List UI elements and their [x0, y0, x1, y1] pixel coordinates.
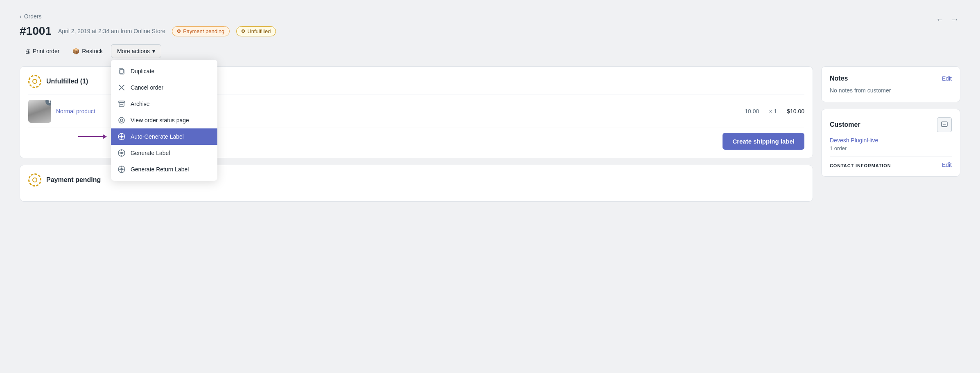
back-to-orders-link[interactable]: ‹ Orders [20, 13, 41, 20]
auto-generate-label: Auto-Generate Label [131, 133, 184, 140]
generate-label-icon [117, 149, 126, 157]
product-price-area: 10.00 × 1 $10.00 [745, 108, 804, 115]
nav-arrows: ← → [934, 13, 960, 26]
unfulfilled-badge: Unfulfilled [236, 26, 276, 36]
product-quantity: × 1 [769, 108, 777, 115]
view-status-icon [117, 116, 126, 124]
arrow-head [103, 134, 107, 139]
svg-point-12 [120, 152, 123, 154]
create-shipping-label-button[interactable]: Create shipping label [723, 133, 804, 150]
toolbar: 🖨 Print order 📦 Restock More actions ▾ [20, 44, 960, 58]
print-order-label: Print order [33, 48, 59, 54]
restock-icon: 📦 [72, 48, 79, 54]
customer-card-header: Customer [830, 117, 952, 132]
restock-button[interactable]: 📦 Restock [68, 45, 108, 58]
svg-point-7 [119, 117, 124, 123]
duplicate-icon [117, 67, 126, 75]
cancel-icon [117, 83, 126, 92]
svg-point-14 [120, 168, 123, 171]
archive-label: Archive [131, 101, 150, 107]
svg-point-10 [120, 135, 123, 138]
arrow-indicator [78, 134, 107, 139]
contact-edit-link[interactable]: Edit [942, 162, 952, 168]
notes-card: Notes Edit No notes from customer [821, 66, 960, 102]
generate-return-icon [117, 165, 126, 173]
print-order-button[interactable]: 🖨 Print order [20, 45, 64, 58]
notes-title: Notes [830, 75, 848, 82]
order-meta: April 2, 2019 at 2:34 am from Online Sto… [58, 28, 165, 34]
cancel-order-label: Cancel order [131, 84, 163, 91]
payment-pending-dot [177, 29, 181, 33]
generate-label-label: Generate Label [131, 150, 170, 156]
payment-dot-inner [32, 178, 37, 182]
customer-divider [830, 156, 952, 157]
more-actions-button[interactable]: More actions ▾ [111, 44, 161, 58]
customer-orders-count: 1 order [830, 145, 952, 151]
notes-content: No notes from customer [830, 87, 952, 94]
payment-pending-title: Payment pending [46, 176, 101, 184]
customer-card: Customer Devesh PluginHive 1 order CONTA… [821, 109, 960, 177]
product-thumbnail: 1 [28, 100, 51, 123]
dropdown-item-archive[interactable]: Archive [111, 96, 217, 112]
view-status-label: View order status page [131, 117, 189, 124]
order-title-row: #1001 April 2, 2019 at 2:34 am from Onli… [20, 25, 960, 38]
next-order-button[interactable]: → [949, 13, 960, 26]
back-chevron-icon: ‹ [20, 13, 22, 20]
customer-title: Customer [830, 121, 860, 128]
more-actions-label: More actions [117, 48, 150, 54]
right-column: Notes Edit No notes from customer Custom… [821, 66, 960, 177]
product-price: 10.00 [745, 108, 759, 115]
payment-pending-label: Payment pending [183, 28, 224, 34]
dropdown-arrow-icon: ▾ [152, 48, 155, 54]
dropdown-item-generate-return[interactable]: Generate Return Label [111, 161, 217, 178]
product-name-link[interactable]: Normal product [56, 108, 95, 115]
order-number: #1001 [20, 25, 52, 38]
dropdown-item-auto-generate[interactable]: Auto-Generate Label [111, 128, 217, 145]
restock-label: Restock [82, 48, 103, 54]
arrow-line [78, 136, 103, 137]
payment-status-icon [28, 173, 41, 186]
generate-return-label: Generate Return Label [131, 166, 189, 173]
more-actions-dropdown: Duplicate Cancel order [111, 60, 217, 181]
notes-card-header: Notes Edit [830, 75, 952, 82]
dropdown-item-cancel[interactable]: Cancel order [111, 79, 217, 96]
duplicate-label: Duplicate [131, 68, 154, 74]
archive-icon [117, 100, 126, 108]
notes-edit-link[interactable]: Edit [942, 75, 952, 82]
customer-name-row: Devesh PluginHive [830, 137, 952, 144]
prev-order-button[interactable]: ← [934, 13, 946, 26]
auto-generate-icon [117, 133, 126, 141]
print-icon: 🖨 [25, 48, 30, 54]
payment-pending-badge: Payment pending [172, 26, 230, 36]
unfulfilled-status-icon [28, 75, 41, 88]
unfulfilled-title: Unfulfilled (1) [46, 78, 88, 85]
dropdown-item-generate[interactable]: Generate Label [111, 145, 217, 161]
unfulfilled-label: Unfulfilled [247, 28, 271, 34]
dropdown-item-duplicate[interactable]: Duplicate [111, 63, 217, 79]
unfulfilled-dot-inner [32, 79, 37, 84]
back-label: Orders [24, 13, 42, 20]
unfulfilled-dot [242, 29, 245, 33]
more-actions-container: More actions ▾ Duplicate [111, 44, 161, 58]
dropdown-item-view-status[interactable]: View order status page [111, 112, 217, 128]
svg-point-8 [120, 119, 123, 121]
product-total: $10.00 [787, 108, 804, 115]
customer-avatar [937, 117, 952, 132]
customer-name-link[interactable]: Devesh PluginHive [830, 137, 878, 144]
